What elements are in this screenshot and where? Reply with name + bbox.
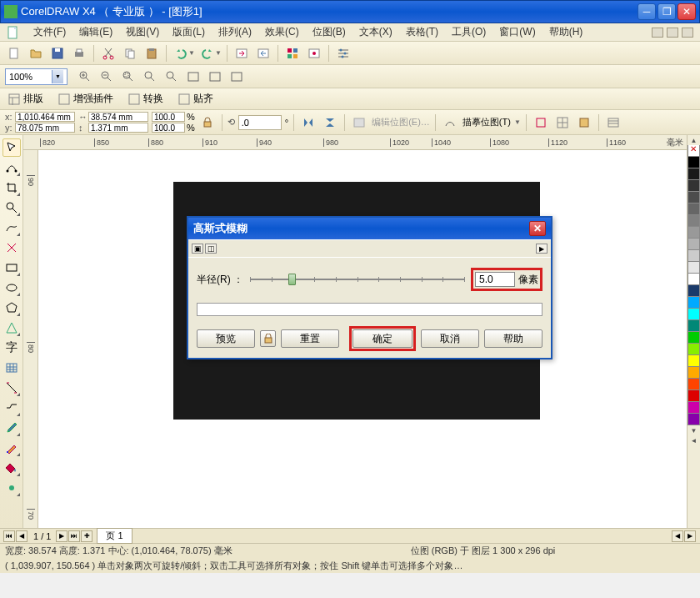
print-button[interactable] <box>70 44 88 63</box>
swatch[interactable] <box>688 192 700 204</box>
connector-tool[interactable] <box>2 399 21 417</box>
menu-tools[interactable]: 工具(O) <box>445 23 492 41</box>
zoom-in-button[interactable] <box>76 68 94 86</box>
swatch[interactable] <box>688 227 700 239</box>
zoom-all-button[interactable] <box>141 68 159 86</box>
zoom-out-button[interactable] <box>98 68 116 86</box>
angle-input[interactable] <box>238 115 282 130</box>
zoom-fit-button[interactable] <box>228 68 246 86</box>
swatch[interactable] <box>688 239 700 250</box>
page-last[interactable]: ⏭ <box>68 530 80 542</box>
menu-effects[interactable]: 效果(C) <box>258 23 306 41</box>
maximize-button[interactable]: ❐ <box>658 3 676 20</box>
menu-bitmaps[interactable]: 位图(B) <box>306 23 352 41</box>
new-button[interactable] <box>5 44 23 63</box>
swatch-none[interactable] <box>688 145 700 157</box>
smart-drawing-tool[interactable] <box>2 239 21 257</box>
swatch[interactable] <box>688 157 700 168</box>
swatch[interactable] <box>688 344 700 355</box>
dialog-titlebar[interactable]: 高斯式模糊 ✕ <box>188 218 551 239</box>
mdi-close[interactable] <box>682 28 693 38</box>
swatch[interactable] <box>688 355 700 367</box>
swatch[interactable] <box>688 367 700 379</box>
undo-button[interactable] <box>172 44 190 63</box>
zoom-tool[interactable] <box>2 198 21 217</box>
export-button[interactable] <box>254 44 272 63</box>
menu-arrange[interactable]: 排列(A) <box>212 23 258 41</box>
scale-y-input[interactable] <box>152 123 185 133</box>
swatch[interactable] <box>688 204 700 215</box>
width-input[interactable] <box>88 112 148 122</box>
swatch[interactable] <box>688 379 700 390</box>
swatch[interactable] <box>688 250 700 262</box>
paste-button[interactable] <box>142 44 161 63</box>
page-tab-1[interactable]: 页 1 <box>97 528 132 544</box>
plugin-layout[interactable]: 排版 <box>5 90 47 108</box>
radius-slider[interactable] <box>250 272 464 287</box>
freehand-tool[interactable] <box>2 219 21 237</box>
rectangle-tool[interactable] <box>2 259 21 277</box>
swatch[interactable] <box>688 180 700 192</box>
outline-tool[interactable] <box>2 439 21 457</box>
menu-window[interactable]: 窗口(W) <box>492 23 542 41</box>
trace-bitmap-button[interactable] <box>441 113 459 132</box>
swatch[interactable] <box>688 414 700 425</box>
zoom-select[interactable]: 100% ▼ <box>5 68 68 85</box>
vertical-ruler[interactable]: 90 80 70 <box>23 150 38 528</box>
open-button[interactable] <box>27 44 45 63</box>
eyedropper-tool[interactable] <box>2 419 21 437</box>
cancel-button[interactable]: 取消 <box>421 329 479 348</box>
close-button[interactable]: ✕ <box>678 3 696 20</box>
mirror-h-button[interactable] <box>299 113 318 132</box>
slider-thumb[interactable] <box>288 274 296 285</box>
minimize-button[interactable]: ─ <box>638 3 656 20</box>
swatch[interactable] <box>688 390 700 402</box>
swatch[interactable] <box>688 320 700 332</box>
cut-button[interactable] <box>99 44 118 63</box>
horizontal-ruler[interactable]: 820 850 880 910 940 980 1020 1040 1080 1… <box>23 135 687 150</box>
swatch[interactable] <box>688 309 700 320</box>
shape-tool[interactable] <box>2 158 21 177</box>
table-tool[interactable] <box>2 359 21 377</box>
mdi-restore[interactable] <box>667 28 678 38</box>
page-next[interactable]: ▶ <box>56 530 68 542</box>
swatch[interactable] <box>688 274 700 285</box>
bitmap-menu-button[interactable] <box>604 113 622 132</box>
swatch[interactable] <box>688 402 700 414</box>
plugin-convert[interactable]: 转换 <box>125 90 167 108</box>
palette-fly[interactable]: ◄ <box>688 435 700 445</box>
zoom-height-button[interactable] <box>206 68 224 86</box>
mdi-minimize[interactable] <box>652 28 663 38</box>
plugin-snap[interactable]: 贴齐 <box>175 90 217 108</box>
page-prev[interactable]: ◀ <box>16 530 28 542</box>
menu-table[interactable]: 表格(T) <box>399 23 445 41</box>
page-first[interactable]: ⏮ <box>3 530 15 542</box>
text-tool[interactable]: 字 <box>2 339 21 357</box>
swatch[interactable] <box>688 297 700 309</box>
zoom-page-button[interactable] <box>162 68 181 86</box>
import-button[interactable] <box>232 44 251 63</box>
welcome-button[interactable] <box>305 44 323 63</box>
palette-down[interactable]: ▼ <box>688 425 700 435</box>
lock-preview-button[interactable] <box>260 330 276 347</box>
fill-tool[interactable] <box>2 459 21 477</box>
ok-button[interactable]: 确定 <box>352 329 412 348</box>
app-launcher-button[interactable] <box>283 44 302 63</box>
pick-tool[interactable] <box>2 138 21 157</box>
menu-file[interactable]: 文件(F) <box>27 23 72 41</box>
preview-button[interactable]: 预览 <box>197 329 255 348</box>
polygon-tool[interactable] <box>2 299 21 317</box>
zoom-selection-button[interactable] <box>119 68 138 86</box>
menu-view[interactable]: 视图(V) <box>119 23 166 41</box>
swatch[interactable] <box>688 285 700 297</box>
height-input[interactable] <box>88 123 148 133</box>
radius-input[interactable] <box>475 272 515 287</box>
scale-x-input[interactable] <box>152 112 185 122</box>
preview-mode-single[interactable]: ▣ <box>192 244 203 254</box>
menu-help[interactable]: 帮助(H) <box>542 23 590 41</box>
resample-button[interactable] <box>553 113 572 132</box>
zoom-width-button[interactable] <box>184 68 202 86</box>
menu-layout[interactable]: 版面(L) <box>166 23 212 41</box>
reset-button[interactable]: 重置 <box>281 329 339 348</box>
interactive-fill-tool[interactable] <box>2 479 21 497</box>
